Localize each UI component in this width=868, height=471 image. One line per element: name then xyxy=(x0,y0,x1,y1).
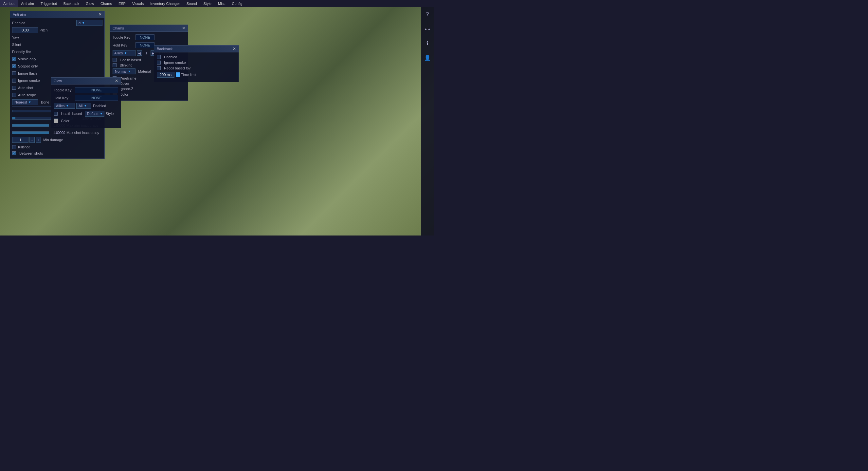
chams-holdkey-btn[interactable]: NONE xyxy=(135,42,154,48)
chams-ignorez-label: Ignore-Z xyxy=(120,87,133,91)
sidebar-info-icon[interactable]: ℹ xyxy=(423,39,432,48)
maxaim-track xyxy=(12,124,49,127)
glow-healthbased-checkbox[interactable] xyxy=(54,112,58,116)
antiaim-header[interactable]: Anti aim ✕ xyxy=(10,11,104,18)
sidebar-profile-icon[interactable]: 👤 xyxy=(423,53,432,62)
antiaim-title: Anti aim xyxy=(13,12,26,17)
antiaim-mindmg-row: - + Min damage xyxy=(12,137,102,143)
menu-style[interactable]: Style xyxy=(200,0,215,7)
antiaim-bshots-label: Between shots xyxy=(19,151,102,155)
backtrack-ignoresmoke-label: Ignore smoke xyxy=(164,61,236,64)
backtrack-close[interactable]: ✕ xyxy=(233,47,236,51)
antiaim-yaw-label: Yaw xyxy=(12,35,102,39)
glow-default-dropdown[interactable]: Default ▼ xyxy=(85,111,104,117)
backtrack-enabled-checkbox[interactable] xyxy=(157,55,161,59)
chams-blinking-checkbox[interactable] xyxy=(113,63,117,67)
antiaim-killshot-row: Killshot xyxy=(12,144,102,150)
chams-healthbased-checkbox[interactable] xyxy=(113,58,117,62)
allies-value: Allies xyxy=(114,51,123,55)
glow-close[interactable]: ✕ xyxy=(115,79,118,83)
menu-glow[interactable]: Glow xyxy=(83,0,97,7)
glow-allies-dropdown[interactable]: Allies ▼ xyxy=(54,103,75,109)
glow-all-dropdown[interactable]: All ▼ xyxy=(76,103,91,109)
antiaim-killshot-checkbox[interactable] xyxy=(12,145,16,149)
antiaim-close[interactable]: ✕ xyxy=(98,12,102,17)
chevron-down-icon-6: ▼ xyxy=(84,104,87,108)
chevron-down-icon-5: ▼ xyxy=(66,104,69,108)
chams-nav-count: 1 xyxy=(143,51,149,55)
backtrack-header[interactable]: Backtrack ✕ xyxy=(154,46,239,52)
nearest-value: Nearest xyxy=(14,100,27,104)
antiaim-ignoresmoke-checkbox[interactable] xyxy=(12,79,16,83)
menu-esp[interactable]: ESP xyxy=(115,0,129,7)
menu-misc[interactable]: Misc xyxy=(215,0,229,7)
antiaim-ignoreflash-label: Ignore flash xyxy=(18,71,102,75)
menu-bar: Aimbot Anti aim Triggerbot Backtrack Glo… xyxy=(0,0,434,7)
glow-enabled-label: Enabled xyxy=(93,104,106,108)
antiaim-visible-label: Visible only xyxy=(18,57,102,61)
chams-header[interactable]: Chams ✕ xyxy=(110,25,188,32)
menu-config[interactable]: Config xyxy=(229,0,246,7)
antiaim-mindmg-input[interactable] xyxy=(12,137,29,143)
sidebar-help-icon[interactable]: ? xyxy=(423,10,432,19)
antiaim-pitch-input[interactable] xyxy=(12,27,38,33)
chams-normal-dropdown[interactable]: Normal ▼ xyxy=(113,68,135,75)
backtrack-ignoresmoke-checkbox[interactable] xyxy=(157,61,161,64)
glow-default-value: Default xyxy=(87,112,98,116)
menu-backtrack[interactable]: Backtrack xyxy=(60,0,83,7)
antiaim-pitch-row: Pitch xyxy=(12,27,102,33)
glow-color-label: Color xyxy=(61,119,69,123)
glow-header[interactable]: Glow ✕ xyxy=(51,78,121,85)
sidebar-right: ? ▲▲ ℹ 👤 xyxy=(421,7,434,235)
glow-togglekey-row: Toggle Key NONE xyxy=(54,87,118,93)
maxshot-track xyxy=(12,131,49,134)
antiaim-nearest-dropdown[interactable]: Nearest ▼ xyxy=(12,99,38,105)
backtrack-recoil-checkbox[interactable] xyxy=(157,66,161,70)
chams-allies-dropdown[interactable]: Allies ▼ xyxy=(113,50,135,56)
chevron-down-icon-3: ▼ xyxy=(124,52,127,55)
chams-close[interactable]: ✕ xyxy=(182,26,185,30)
glow-holdkey-btn[interactable]: NONE xyxy=(75,95,118,101)
ms-bar-indicator xyxy=(176,72,180,77)
antiaim-enabled-label: Enabled xyxy=(12,21,74,25)
antiaim-enabled-dropdown[interactable]: d ▼ xyxy=(76,20,102,26)
menu-antiaim[interactable]: Anti aim xyxy=(18,0,37,7)
glow-color-box[interactable] xyxy=(54,119,58,123)
glow-panel: Glow ✕ Toggle Key NONE Hold Key NONE All… xyxy=(51,77,121,128)
chams-title: Chams xyxy=(113,26,124,30)
chams-holdkey-label: Hold Key xyxy=(113,43,135,47)
antiaim-scoped-checkbox[interactable] xyxy=(12,64,16,68)
mindmg-minus-btn[interactable]: - xyxy=(29,137,35,143)
mindmg-plus-btn[interactable]: + xyxy=(36,137,41,143)
chams-material-label: Material xyxy=(138,69,151,73)
maxaim-fill xyxy=(12,124,49,126)
antiaim-ignoreflash-checkbox[interactable] xyxy=(12,71,16,75)
antiaim-visible-row: Visible only xyxy=(12,56,102,62)
glow-togglekey-btn[interactable]: NONE xyxy=(75,87,118,93)
antiaim-killshot-label: Killshot xyxy=(18,145,102,149)
menu-triggerbot[interactable]: Triggerbot xyxy=(37,0,60,7)
antiaim-autoscope-checkbox[interactable] xyxy=(12,93,16,97)
chams-togglekey-btn[interactable]: NONE xyxy=(135,34,154,40)
antiaim-bshots-checkbox[interactable] xyxy=(12,151,16,155)
glow-content: Toggle Key NONE Hold Key NONE Allies ▼ A… xyxy=(51,85,121,128)
glow-holdkey-label: Hold Key xyxy=(54,96,75,100)
antiaim-autoshot-checkbox[interactable] xyxy=(12,86,16,90)
mindmg-label: Min damage xyxy=(43,138,63,142)
ms-value: 200 ms xyxy=(160,73,172,77)
antiaim-silent-row: Silent xyxy=(12,41,102,48)
menu-inventory-changer[interactable]: Inventory Changer xyxy=(147,0,183,7)
menu-visuals[interactable]: Visuals xyxy=(129,0,147,7)
menu-sound[interactable]: Sound xyxy=(183,0,200,7)
chams-nav-prev[interactable]: ◀ xyxy=(137,51,142,56)
antiaim-maxshot-slider[interactable]: 1.00000 xyxy=(12,131,65,135)
glow-title: Glow xyxy=(54,79,62,83)
backtrack-ignoresmoke-row: Ignore smoke xyxy=(157,61,236,64)
sidebar-rank-icon[interactable]: ▲▲ xyxy=(423,24,432,33)
menu-aimbot[interactable]: Aimbot xyxy=(0,0,18,7)
antiaim-visible-checkbox[interactable] xyxy=(12,57,16,61)
glow-color-row: Color xyxy=(54,119,118,123)
menu-chams[interactable]: Chams xyxy=(97,0,115,7)
antiaim-friendly-row: Friendly fire xyxy=(12,49,102,55)
antiaim-scoped-label: Scoped only xyxy=(18,64,102,68)
